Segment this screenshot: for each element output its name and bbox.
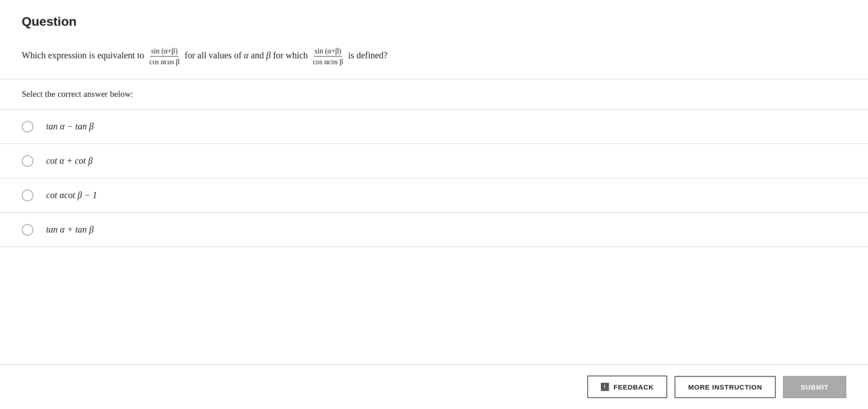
radio-2[interactable] xyxy=(22,155,33,167)
option-3-label: cot αcot β − 1 xyxy=(46,190,97,200)
option-2-label: cot α + cot β xyxy=(46,156,93,166)
radio-1[interactable] xyxy=(22,121,33,133)
submit-button[interactable]: SUBMIT xyxy=(783,376,846,398)
footer-bar: ! FEEDBACK MORE INSTRUCTION SUBMIT xyxy=(0,364,868,409)
option-2[interactable]: cot α + cot β xyxy=(0,144,868,178)
more-instruction-button[interactable]: MORE INSTRUCTION xyxy=(675,376,776,398)
question-prefix: Which expression is equivalent to xyxy=(22,50,144,60)
option-4[interactable]: tan α + tan β xyxy=(0,213,868,247)
option-4-label: tan α + tan β xyxy=(46,224,94,235)
option-1[interactable]: tan α − tan β xyxy=(0,109,868,144)
feedback-label: FEEDBACK xyxy=(613,383,654,391)
fraction-2: sin (α+β) cos αcos β xyxy=(310,50,348,60)
question-text: Which expression is equivalent to sin (α… xyxy=(0,38,868,79)
radio-4[interactable] xyxy=(22,224,33,236)
question-middle: for all values of α xyxy=(184,50,251,60)
fraction1-denominator: cos αcos β xyxy=(148,57,180,66)
option-1-label: tan α − tan β xyxy=(46,121,94,132)
fraction2-denominator: cos αcos β xyxy=(312,57,344,66)
submit-label: SUBMIT xyxy=(801,383,829,391)
question-and: and β for which xyxy=(251,50,310,60)
fraction-1: sin (α+β) cos αcos β xyxy=(146,50,184,60)
feedback-icon: ! xyxy=(601,383,609,391)
feedback-button[interactable]: ! FEEDBACK xyxy=(587,376,667,398)
page-container: Question Which expression is equivalent … xyxy=(0,0,868,409)
select-label: Select the correct answer below: xyxy=(0,79,868,109)
radio-3[interactable] xyxy=(22,190,33,201)
fraction1-numerator: sin (α+β) xyxy=(150,47,179,57)
page-title: Question xyxy=(0,0,868,38)
question-suffix: is defined? xyxy=(348,50,387,60)
fraction2-numerator: sin (α+β) xyxy=(314,47,342,57)
more-instruction-label: MORE INSTRUCTION xyxy=(688,383,762,391)
option-3[interactable]: cot αcot β − 1 xyxy=(0,178,868,213)
